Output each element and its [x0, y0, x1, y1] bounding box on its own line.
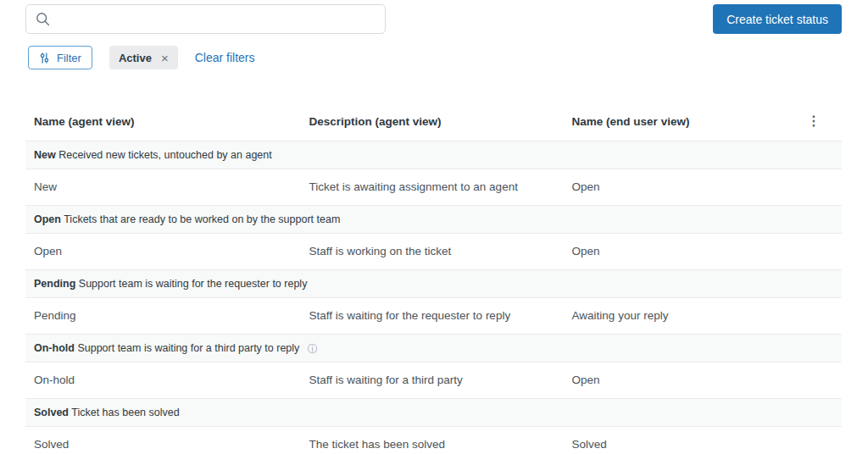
end-user-name-cell: Awaiting your reply [564, 298, 798, 335]
column-header-description-agent-view: Description (agent view) [301, 102, 564, 141]
group-description: Ticket has been solved [71, 407, 179, 418]
agent-name-cell: On-hold [25, 363, 301, 399]
filter-button-label: Filter [57, 52, 81, 64]
group-name: Open [34, 213, 61, 225]
column-header-name-end-user-view: Name (end user view) [564, 102, 798, 141]
search-input[interactable] [57, 12, 376, 27]
status-row-solved[interactable]: Solved The ticket has been solved Solved [25, 427, 842, 454]
group-name: Solved [34, 407, 69, 418]
create-ticket-status-button[interactable]: Create ticket status [713, 4, 842, 34]
end-user-name-cell: Open [564, 363, 798, 399]
group-description: Support team is waiting for a third part… [77, 342, 299, 354]
agent-name-cell: New [25, 169, 301, 206]
group-header-on-hold: On-hold Support team is waiting for a th… [25, 335, 842, 363]
group-name: Pending [34, 278, 75, 290]
group-header-new: New Received new tickets, untouched by a… [25, 141, 842, 169]
table-header-row: Name (agent view) Description (agent vie… [25, 102, 842, 141]
agent-name-cell: Open [25, 234, 301, 270]
filter-sliders-icon [39, 53, 50, 64]
agent-description-cell: Staff is waiting for the requester to re… [301, 298, 564, 335]
agent-description-cell: Staff is waiting for a third party [301, 363, 564, 399]
group-description: Tickets that are ready to be worked on b… [64, 213, 340, 225]
group-description: Support team is waiting for the requeste… [79, 278, 308, 290]
group-description: Received new tickets, untouched by an ag… [58, 149, 272, 161]
end-user-name-cell: Open [564, 169, 798, 206]
group-header-open: Open Tickets that are ready to be worked… [25, 206, 842, 234]
search-box[interactable] [25, 4, 386, 34]
end-user-name-cell: Open [564, 234, 798, 270]
status-row-new[interactable]: New Ticket is awaiting assignment to an … [25, 169, 842, 206]
overflow-menu-icon[interactable]: ⋮ [807, 114, 821, 128]
agent-name-cell: Pending [25, 298, 301, 335]
group-header-pending: Pending Support team is waiting for the … [25, 270, 842, 298]
agent-description-cell: Ticket is awaiting assignment to an agen… [301, 169, 564, 206]
ticket-statuses-page: Create ticket status Filter Active × Cle… [0, 0, 868, 454]
ticket-statuses-table: Name (agent view) Description (agent vie… [25, 102, 842, 454]
group-name: New [34, 149, 56, 161]
active-filter-chip[interactable]: Active × [109, 46, 178, 69]
toolbar: Create ticket status [25, 4, 842, 34]
search-icon [36, 12, 50, 26]
active-filter-chip-label: Active [119, 52, 152, 64]
info-icon[interactable]: ⓘ [308, 344, 318, 354]
column-header-name-agent-view: Name (agent view) [25, 102, 301, 141]
status-row-open[interactable]: Open Staff is working on the ticket Open [25, 234, 842, 270]
agent-name-cell: Solved [25, 427, 301, 454]
remove-filter-icon[interactable]: × [161, 52, 169, 64]
agent-description-cell: The ticket has been solved [301, 427, 564, 454]
filter-button[interactable]: Filter [28, 46, 92, 69]
end-user-name-cell: Solved [564, 427, 798, 454]
status-row-on-hold[interactable]: On-hold Staff is waiting for a third par… [25, 363, 842, 399]
clear-filters-link[interactable]: Clear filters [195, 51, 255, 64]
status-row-pending[interactable]: Pending Staff is waiting for the request… [25, 298, 842, 335]
group-header-solved: Solved Ticket has been solved [25, 399, 842, 427]
agent-description-cell: Staff is working on the ticket [301, 234, 564, 270]
group-name: On-hold [34, 342, 75, 354]
filter-row: Filter Active × Clear filters [28, 46, 842, 69]
